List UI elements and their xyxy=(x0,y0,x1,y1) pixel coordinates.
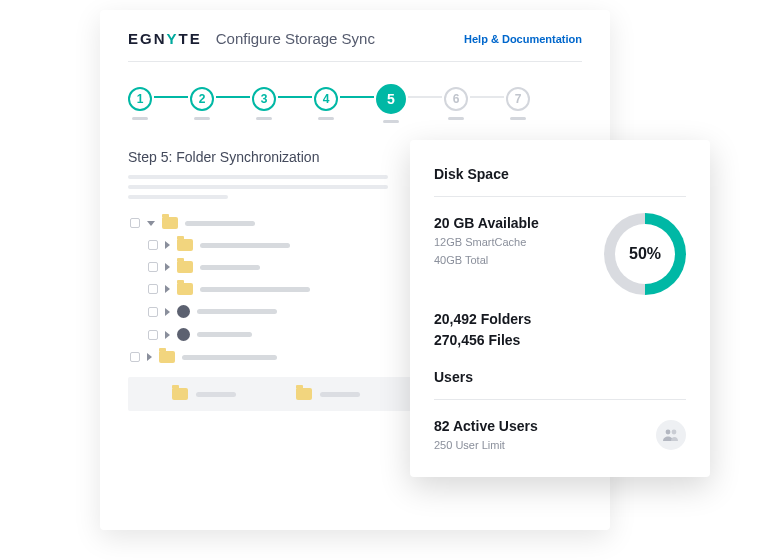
step-connector xyxy=(216,96,250,98)
step-connector xyxy=(278,96,312,98)
donut-percent: 50% xyxy=(615,224,675,284)
step-circle: 7 xyxy=(506,87,530,111)
divider xyxy=(434,399,686,400)
folders-count: 20,492 Folders xyxy=(434,309,686,330)
step-3[interactable]: 3 xyxy=(252,87,276,120)
item-name-placeholder xyxy=(196,392,236,397)
checkbox[interactable] xyxy=(148,307,158,317)
users-icon xyxy=(656,420,686,450)
usage-donut-chart: 50% xyxy=(604,213,686,295)
stepper: 1 2 3 4 5 6 7 xyxy=(128,84,582,123)
checkbox[interactable] xyxy=(130,352,140,362)
step-connector xyxy=(408,96,442,98)
folder-icon xyxy=(177,239,193,251)
folder-icon xyxy=(159,351,175,363)
disk-space-heading: Disk Space xyxy=(434,166,686,182)
svg-point-1 xyxy=(672,430,677,435)
step-circle: 6 xyxy=(444,87,468,111)
step-circle: 2 xyxy=(190,87,214,111)
available-value: 20 GB Available xyxy=(434,213,539,234)
item-name-placeholder xyxy=(185,221,255,226)
step-circle: 3 xyxy=(252,87,276,111)
step-underline xyxy=(448,117,464,120)
svg-point-0 xyxy=(666,430,671,435)
caret-right-icon[interactable] xyxy=(165,241,170,249)
brand-logo: EGNYTE xyxy=(128,30,202,47)
step-circle: 1 xyxy=(128,87,152,111)
checkbox[interactable] xyxy=(148,240,158,250)
step-4[interactable]: 4 xyxy=(314,87,338,120)
step-2[interactable]: 2 xyxy=(190,87,214,120)
users-heading: Users xyxy=(434,369,686,385)
divider xyxy=(434,196,686,197)
stats-card: Disk Space 20 GB Available 12GB SmartCac… xyxy=(410,140,710,477)
folder-icon xyxy=(296,388,312,400)
item-name-placeholder xyxy=(200,287,310,292)
folder-icon xyxy=(162,217,178,229)
item-name-placeholder xyxy=(197,332,252,337)
step-1[interactable]: 1 xyxy=(128,87,152,120)
header-left: EGNYTE Configure Storage Sync xyxy=(128,30,375,47)
disk-stats-text: 20 GB Available 12GB SmartCache 40GB Tot… xyxy=(434,213,539,269)
step-underline xyxy=(132,117,148,120)
users-text: 82 Active Users 250 User Limit xyxy=(434,416,538,455)
total-value: 40GB Total xyxy=(434,252,539,270)
caret-down-icon[interactable] xyxy=(147,221,155,226)
item-name-placeholder xyxy=(200,265,260,270)
caret-right-icon[interactable] xyxy=(165,308,170,316)
step-underline xyxy=(510,117,526,120)
file-icon xyxy=(177,328,190,341)
disk-stats-row: 20 GB Available 12GB SmartCache 40GB Tot… xyxy=(434,213,686,295)
file-icon xyxy=(177,305,190,318)
caret-right-icon[interactable] xyxy=(165,263,170,271)
step-underline xyxy=(194,117,210,120)
step-connector xyxy=(470,96,504,98)
help-link[interactable]: Help & Documentation xyxy=(464,33,582,45)
step-5[interactable]: 5 xyxy=(376,84,406,123)
file-stats: 20,492 Folders 270,456 Files xyxy=(434,309,686,351)
checkbox[interactable] xyxy=(148,262,158,272)
header: EGNYTE Configure Storage Sync Help & Doc… xyxy=(128,30,582,62)
users-row: 82 Active Users 250 User Limit xyxy=(434,416,686,455)
page-title: Configure Storage Sync xyxy=(216,30,375,47)
caret-right-icon[interactable] xyxy=(165,285,170,293)
step-underline xyxy=(256,117,272,120)
step-circle-active: 5 xyxy=(376,84,406,114)
item-name-placeholder xyxy=(197,309,277,314)
step-connector xyxy=(340,96,374,98)
folder-icon xyxy=(177,261,193,273)
item-name-placeholder xyxy=(320,392,360,397)
item-name-placeholder xyxy=(182,355,277,360)
checkbox[interactable] xyxy=(148,284,158,294)
caret-right-icon[interactable] xyxy=(165,331,170,339)
step-7[interactable]: 7 xyxy=(506,87,530,120)
active-users-value: 82 Active Users xyxy=(434,416,538,437)
step-connector xyxy=(154,96,188,98)
user-limit-value: 250 User Limit xyxy=(434,437,538,455)
caret-right-icon[interactable] xyxy=(147,353,152,361)
folder-icon xyxy=(177,283,193,295)
files-count: 270,456 Files xyxy=(434,330,686,351)
step-6[interactable]: 6 xyxy=(444,87,468,120)
folder-icon xyxy=(172,388,188,400)
checkbox[interactable] xyxy=(130,218,140,228)
step-underline xyxy=(318,117,334,120)
checkbox[interactable] xyxy=(148,330,158,340)
item-name-placeholder xyxy=(200,243,290,248)
step-underline xyxy=(383,120,399,123)
step-circle: 4 xyxy=(314,87,338,111)
smartcache-value: 12GB SmartCache xyxy=(434,234,539,252)
